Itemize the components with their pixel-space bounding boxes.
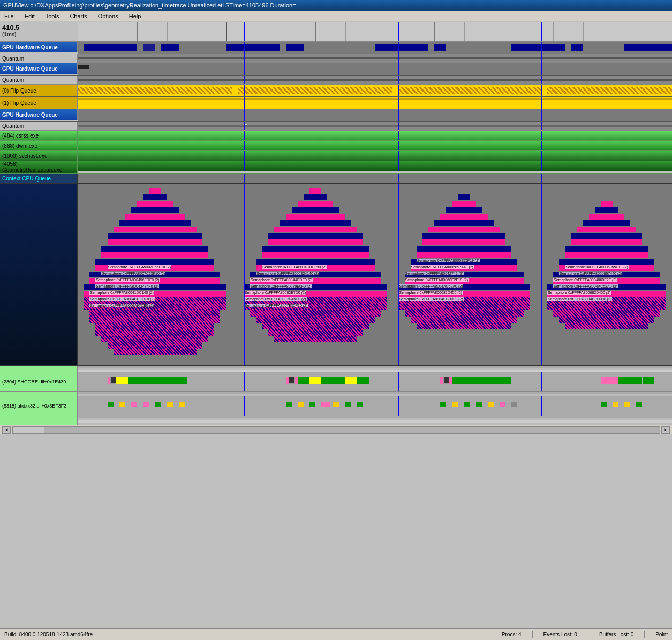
svchost-content[interactable] bbox=[78, 151, 672, 161]
menu-help[interactable]: Help bbox=[127, 12, 144, 20]
status-bar: Build: 8400.0.120518-1423 amd64fre Procs… bbox=[0, 628, 672, 640]
csrss-content[interactable] bbox=[78, 131, 672, 140]
title-text: GPUView c:\DXAppsProfileing\profiles\geo… bbox=[3, 2, 296, 9]
scroll-right-btn[interactable]: ► bbox=[661, 426, 670, 434]
csrss-row: (484) csrss.exe bbox=[0, 131, 672, 141]
events-lost-info: Events Lost: 0 bbox=[543, 631, 577, 637]
dwm-content[interactable] bbox=[78, 141, 672, 150]
semaphore-label-21: Semaphore 0xFFFFA8004CBD390 (2) bbox=[398, 297, 463, 301]
shcore-content[interactable] bbox=[78, 372, 672, 391]
semaphore-label-20: Semaphore 0xFFFFA800682D450 (2) bbox=[398, 291, 463, 295]
semaphore-label-11: Semaphore 0xFFFFA80079E0F0 (2) bbox=[250, 284, 312, 288]
title-bar: GPUView c:\DXAppsProfileing\profiles\geo… bbox=[0, 0, 672, 11]
semaphore-label-24: Semaphore 0xFFFFA8004060E2F (2) bbox=[553, 278, 617, 282]
svchost-label: (1000) svchost.exe bbox=[0, 151, 78, 161]
gpu-hw-queue-1-row: GPU Hardware Queue bbox=[0, 42, 672, 54]
menu-options[interactable]: Options bbox=[96, 12, 120, 20]
semaphore-label-4: Semaphore 0xFFFFA80042474F0 (2) bbox=[95, 284, 159, 288]
shcore-label: (2804) SHCORE.dll+0x1E439 bbox=[0, 372, 78, 391]
gpu-hw-queue-2-label: GPU Hardware Queue bbox=[0, 63, 78, 74]
semaphore-label-14: Semaphore 0xFFFFA8007E55F10 (2) bbox=[244, 304, 308, 307]
semaphore-label-13: Semaphore 0xFFFFA8007D45C0 (2) bbox=[244, 297, 307, 301]
atidxx-label: (5318) atidxx32.dll+0x3EF3F3 bbox=[0, 396, 78, 416]
context-cpu-queue-content[interactable] bbox=[78, 174, 672, 183]
buffers-lost-info: Buffers Lost: 0 bbox=[599, 631, 633, 637]
geomreal-content[interactable] bbox=[78, 161, 672, 171]
semaphore-label-18: Semaphore 0xFFFFA80060E2F19 (2) bbox=[405, 278, 469, 282]
dwm-label: (868) dwm.exe bbox=[0, 141, 78, 150]
semaphore-label-23: Semaphore 0xFFFFA8005897440 (2) bbox=[559, 272, 622, 275]
semaphore-label-5: Semaphore 0xFFFFA80041DC140 (2) bbox=[89, 291, 154, 295]
geomreal-row: (4056) GeometryRealization.exe bbox=[0, 161, 672, 174]
gpu-hw-queue-2-row: GPU Hardware Queue bbox=[0, 63, 672, 76]
semaphore-label-25: Semaphore 0xFFFFA8004AC52A0 (2) bbox=[553, 284, 618, 288]
flip-queue-0-row: (0) Flip Queue bbox=[0, 85, 672, 97]
quantum-2-label: Quantum bbox=[0, 76, 78, 84]
procs-info: Procs: 4 bbox=[502, 631, 522, 637]
pyramid-area: Semaphore 0xFFFFA5007E55F10 (2) Semaphor… bbox=[0, 184, 672, 366]
gpu-hw-queue-1-content[interactable] bbox=[78, 42, 672, 54]
quantum-1-row: Quantum bbox=[0, 54, 672, 63]
semaphore-label-9: Semaphore 0xFFFFA8006324140 (2) bbox=[256, 272, 319, 275]
context-cpu-queue-row: Context CPU Queue bbox=[0, 174, 672, 184]
menu-bar: File Edit Tools Charts Options Help bbox=[0, 11, 672, 21]
quantum-3-content[interactable] bbox=[78, 122, 672, 130]
gpu-hw-queue-2-content[interactable] bbox=[78, 63, 672, 75]
semaphore-label-1: Semaphore 0xFFFFA5007E55F10 (2) bbox=[108, 265, 172, 269]
quantum-3-label: Quantum bbox=[0, 122, 78, 130]
semaphore-label-15: Semaphore 0xFFFFA8005855F19 (2) bbox=[417, 259, 480, 262]
semaphore-label-12: Semaphore 0xFFFFA80082E7D0 (2) bbox=[244, 291, 306, 295]
ruler-unit: (1ms) bbox=[2, 32, 75, 37]
scroll-track[interactable] bbox=[12, 426, 660, 434]
gpu-hw-queue-1-label: GPU Hardware Queue bbox=[0, 42, 78, 52]
scroll-thumb[interactable] bbox=[12, 427, 44, 433]
ruler-ticks bbox=[78, 22, 672, 41]
context-cpu-queue-label: Context CPU Queue bbox=[0, 174, 78, 183]
semaphore-label-6: Semaphore 0xFFFFA8004CEEDF0 (2) bbox=[89, 297, 155, 301]
ruler-value: 410.5 bbox=[2, 24, 75, 32]
semaphore-label-7: Semaphore 0xFFFFA8006A97CB0 (2) bbox=[89, 304, 154, 307]
semaphore-label-2: Semaphore 0xFFFFA8007C25F10 (2) bbox=[101, 272, 165, 275]
semaphore-label-10: Semaphore 0xFFFFA80044CDE0 (2) bbox=[250, 278, 313, 282]
flip-queue-0-label: (0) Flip Queue bbox=[0, 85, 78, 96]
shcore-row: (2804) SHCORE.dll+0x1E439 bbox=[0, 372, 672, 392]
semaphore-label-27: Semaphore 0xFFFFA8004CBD390 (2) bbox=[547, 297, 612, 301]
quantum-1-label: Quantum bbox=[0, 54, 78, 63]
gpu-hw-queue-3-label: GPU Hardware Queue bbox=[0, 109, 78, 120]
point-info: Point bbox=[655, 631, 668, 637]
csrss-label: (484) csrss.exe bbox=[0, 131, 78, 140]
geomreal-label: (4056) GeometryRealization.exe bbox=[0, 161, 78, 173]
quantum-2-row: Quantum bbox=[0, 76, 672, 85]
main-area: 410.5 (1ms) bbox=[0, 21, 672, 621]
ruler-label: 410.5 (1ms) bbox=[0, 22, 78, 39]
build-info: Build: 8400.0.120518-1423 amd64fre bbox=[4, 631, 93, 637]
ruler: 410.5 (1ms) bbox=[0, 21, 672, 42]
semaphore-label-26: Semaphore 0xFFFFA800682D450 (2) bbox=[547, 291, 611, 295]
menu-charts[interactable]: Charts bbox=[67, 12, 89, 20]
semaphore-label-16: Semaphore 0xFFFFA8005897440 (2) bbox=[411, 265, 474, 269]
semaphore-label-17: Semaphore 0xFFFFA80042742 (2) bbox=[405, 272, 464, 275]
flip-queue-1-label: (1) Flip Queue bbox=[0, 97, 78, 109]
dwm-row: (868) dwm.exe bbox=[0, 141, 672, 151]
quantum-2-content[interactable] bbox=[78, 76, 672, 84]
quantum-1-content[interactable] bbox=[78, 54, 672, 63]
scroll-left-btn[interactable]: ◄ bbox=[2, 426, 11, 434]
scrollbar-area: ◄ ► bbox=[0, 425, 672, 434]
flip-queue-0-content[interactable] bbox=[78, 85, 672, 96]
quantum-3-row: Quantum bbox=[0, 122, 672, 131]
pyramid-content[interactable]: Semaphore 0xFFFFA5007E55F10 (2) Semaphor… bbox=[78, 184, 672, 365]
semaphore-label-22: Semaphore 0xFFFFA8005855F19 (2) bbox=[565, 265, 629, 269]
menu-file[interactable]: File bbox=[2, 12, 16, 20]
gpu-hw-queue-3-row: GPU Hardware Queue bbox=[0, 109, 672, 122]
flip-queue-1-content[interactable] bbox=[78, 97, 672, 109]
svchost-row: (1000) svchost.exe bbox=[0, 151, 672, 161]
menu-edit[interactable]: Edit bbox=[22, 12, 37, 20]
flip-queue-1-row: (1) Flip Queue bbox=[0, 97, 672, 109]
semaphore-label-3: Semaphore 0xFFFFA800496FDF0 (2) bbox=[95, 278, 160, 282]
semaphore-label-8: Semaphore 0xFFFFA8004CBD390 (2) bbox=[262, 265, 327, 269]
menu-tools[interactable]: Tools bbox=[43, 12, 62, 20]
atidxx-row: (5318) atidxx32.dll+0x3EF3F3 bbox=[0, 396, 672, 416]
atidxx-content[interactable] bbox=[78, 396, 672, 416]
gpu-hw-queue-3-content[interactable] bbox=[78, 109, 672, 121]
semaphore-label-19: Semaphore 0xFFFFA8004AC52A0 (2) bbox=[398, 284, 463, 288]
